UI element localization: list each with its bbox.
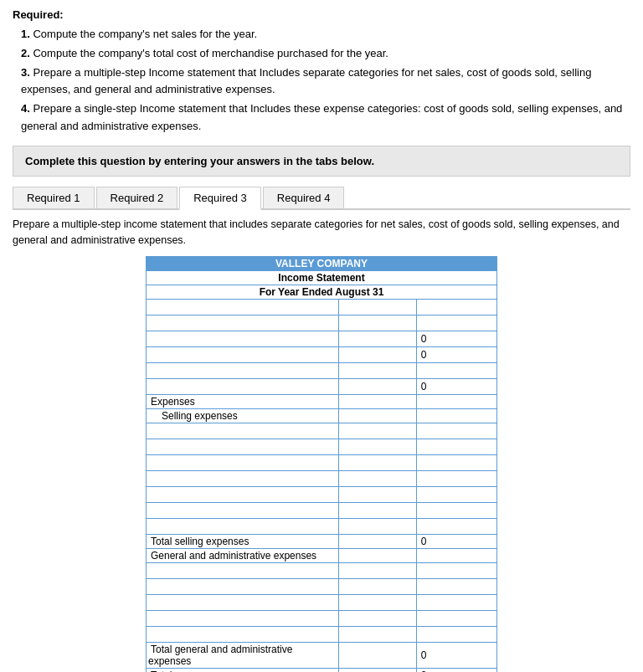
sell-row5-val1[interactable] [341,488,414,501]
sell-row7-label[interactable] [148,520,337,533]
table-row [147,423,497,439]
required-item-4: 4. Prepare a single-step Income statemen… [21,100,630,136]
row1-label-input[interactable] [148,300,337,314]
row2-label-input[interactable] [148,316,337,330]
tab-description: Prepare a multiple-step income statement… [13,217,630,249]
tab-required-1[interactable]: Required 1 [13,187,95,208]
table-row [147,315,497,331]
tab-required-4[interactable]: Required 4 [263,187,345,208]
sell-row3-val1[interactable] [341,456,414,469]
sell-row1-label[interactable] [148,424,337,438]
table-row [147,503,497,519]
gen-row5-label[interactable] [148,628,337,641]
table-row: 0 [147,347,497,363]
table-statement-title: Income Statement [147,271,497,285]
total-gen-admin-label: Total general and administrative expense… [148,642,292,669]
sell-row2-val1[interactable] [341,440,414,454]
row6-val1-input[interactable] [341,380,414,393]
table-row [147,363,497,379]
total-expenses-row: Total expenses 0 [147,669,497,672]
sell-row4-label[interactable] [148,472,337,485]
table-row: 0 [147,379,497,395]
total-gen-admin-value: 0 [419,649,430,662]
gen-row1-val1[interactable] [341,564,414,577]
table-row [147,579,497,595]
row1-val1-input[interactable] [341,300,414,314]
table-row [147,439,497,455]
row4-label-input[interactable] [148,348,337,362]
sell-row3-label[interactable] [148,456,337,469]
row3-label-input[interactable] [148,332,337,346]
expenses-header-row: Expenses [147,395,497,409]
gen-row2-label[interactable] [148,580,337,593]
total-selling-value: 0 [419,535,430,548]
tabs-container: Required 1 Required 2 Required 3 Require… [13,187,630,210]
sell-row1-val1[interactable] [341,424,414,438]
gen-row3-label[interactable] [148,596,337,609]
table-row [147,595,497,611]
tab-required-3[interactable]: Required 3 [179,187,261,210]
table-row: 0 [147,331,497,347]
tab-required-2[interactable]: Required 2 [96,187,178,208]
table-row [147,455,497,471]
row1-val2-input[interactable] [419,300,495,314]
table-row [147,300,497,315]
gen-admin-label: General and administrative expenses [148,548,319,563]
sell-row2-label[interactable] [148,440,337,454]
sell-row6-label[interactable] [148,504,337,517]
row4-val1-input[interactable] [341,348,414,362]
row4-val2: 0 [419,348,430,362]
table-body: 0 0 0 Expenses [147,300,497,672]
gen-row4-val1[interactable] [341,612,414,625]
total-gen-admin-row: Total general and administrative expense… [147,643,497,669]
gen-row3-val1[interactable] [341,596,414,609]
expenses-label: Expenses [148,394,198,409]
table-row [147,627,497,643]
gen-row2-val1[interactable] [341,580,414,593]
row3-val2: 0 [419,332,430,346]
total-selling-label: Total selling expenses [148,534,251,549]
required-header: Required: 1. Compute the company's net s… [13,8,630,136]
income-statement-container: VALLEY COMPANY Income Statement For Year… [146,256,497,672]
required-item-2: 2. Compute the company's total cost of m… [21,45,630,63]
table-row [147,471,497,487]
selling-expenses-label: Selling expenses [148,408,240,423]
row6-val2: 0 [419,380,430,393]
total-expenses-label: Total expenses [148,668,220,672]
selling-expenses-header-row: Selling expenses [147,409,497,423]
row3-val1-input[interactable] [341,332,414,346]
row2-val1-input[interactable] [341,316,414,330]
income-statement-table: VALLEY COMPANY Income Statement For Year… [146,256,497,672]
gen-row5-val1[interactable] [341,628,414,641]
row5-label-input[interactable] [148,364,337,377]
gen-row4-label[interactable] [148,612,337,625]
table-row [147,519,497,535]
table-period: For Year Ended August 31 [147,285,497,300]
total-expenses-value: 0 [419,669,430,672]
table-row [147,611,497,627]
sell-row4-val1[interactable] [341,472,414,485]
row6-label-input[interactable] [148,380,337,393]
table-row [147,563,497,579]
table-row [147,487,497,503]
row5-val1-input[interactable] [341,364,414,377]
table-company-name: VALLEY COMPANY [147,257,497,271]
required-item-1: 1. Compute the company's net sales for t… [21,26,630,44]
sell-row5-label[interactable] [148,488,337,501]
sell-row6-val1[interactable] [341,504,414,517]
gen-admin-header-row: General and administrative expenses [147,549,497,563]
sell-row7-val1[interactable] [341,520,414,533]
complete-box: Complete this question by entering your … [13,146,630,177]
required-item-3: 3. Prepare a multiple-step Income statem… [21,64,630,100]
total-selling-row: Total selling expenses 0 [147,535,497,549]
gen-row1-label[interactable] [148,564,337,577]
